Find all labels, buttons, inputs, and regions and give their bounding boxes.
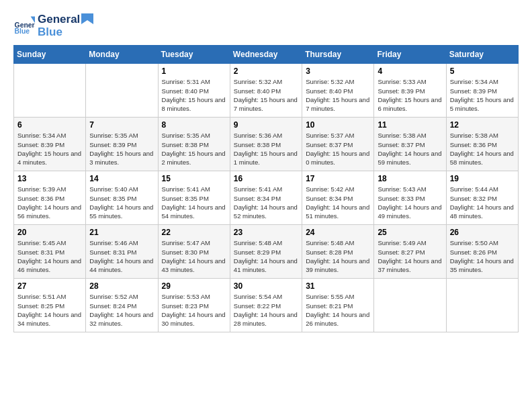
- day-info: Sunrise: 5:34 AMSunset: 8:39 PMDaylight:…: [17, 131, 82, 167]
- day-info: Sunrise: 5:47 AMSunset: 8:30 PMDaylight:…: [162, 238, 226, 274]
- day-info: Sunrise: 5:50 AMSunset: 8:26 PMDaylight:…: [450, 238, 515, 274]
- day-info: Sunrise: 5:34 AMSunset: 8:39 PMDaylight:…: [450, 77, 515, 113]
- day-number: 12: [450, 120, 515, 130]
- day-number: 24: [306, 228, 370, 237]
- calendar-cell: 3Sunrise: 5:32 AMSunset: 8:40 PMDaylight…: [302, 64, 374, 118]
- day-info: Sunrise: 5:36 AMSunset: 8:38 PMDaylight:…: [234, 131, 298, 167]
- day-number: 7: [89, 120, 154, 130]
- day-number: 20: [17, 228, 82, 237]
- day-number: 17: [306, 174, 370, 183]
- header-row: SundayMondayTuesdayWednesdayThursdayFrid…: [14, 46, 519, 64]
- calendar-cell: 26Sunrise: 5:50 AMSunset: 8:26 PMDayligh…: [446, 225, 518, 279]
- day-number: 5: [450, 66, 515, 76]
- calendar-cell: 12Sunrise: 5:38 AMSunset: 8:36 PMDayligh…: [446, 118, 518, 171]
- calendar-cell: 16Sunrise: 5:41 AMSunset: 8:34 PMDayligh…: [230, 171, 302, 225]
- calendar-cell: 30Sunrise: 5:54 AMSunset: 8:22 PMDayligh…: [230, 279, 302, 332]
- day-info: Sunrise: 5:42 AMSunset: 8:34 PMDaylight:…: [306, 185, 370, 220]
- day-number: 8: [162, 120, 226, 130]
- day-number: 13: [17, 174, 82, 183]
- calendar-cell: 4Sunrise: 5:33 AMSunset: 8:39 PMDaylight…: [374, 64, 446, 118]
- calendar-week-row: 13Sunrise: 5:39 AMSunset: 8:36 PMDayligh…: [14, 171, 519, 225]
- day-number: 27: [17, 281, 82, 291]
- day-number: 30: [234, 281, 298, 291]
- day-info: Sunrise: 5:46 AMSunset: 8:31 PMDaylight:…: [89, 238, 154, 274]
- day-number: 28: [89, 281, 154, 291]
- calendar-cell: 28Sunrise: 5:52 AMSunset: 8:24 PMDayligh…: [86, 279, 158, 332]
- day-number: 14: [89, 174, 154, 183]
- day-info: Sunrise: 5:49 AMSunset: 8:27 PMDaylight:…: [378, 238, 442, 274]
- day-number: 9: [234, 120, 298, 130]
- day-number: 16: [234, 174, 298, 183]
- day-info: Sunrise: 5:52 AMSunset: 8:24 PMDaylight:…: [89, 292, 154, 328]
- calendar-cell: [374, 279, 446, 332]
- day-info: Sunrise: 5:38 AMSunset: 8:37 PMDaylight:…: [378, 131, 442, 167]
- calendar-cell: 2Sunrise: 5:32 AMSunset: 8:40 PMDaylight…: [230, 64, 302, 118]
- calendar-cell: 5Sunrise: 5:34 AMSunset: 8:39 PMDaylight…: [446, 64, 518, 118]
- logo-icon: General Blue: [13, 15, 35, 37]
- calendar-cell: 21Sunrise: 5:46 AMSunset: 8:31 PMDayligh…: [86, 225, 158, 279]
- day-number: 1: [162, 66, 226, 76]
- day-number: 4: [378, 66, 442, 76]
- weekday-header: Tuesday: [158, 46, 230, 64]
- calendar-cell: 31Sunrise: 5:55 AMSunset: 8:21 PMDayligh…: [302, 279, 374, 332]
- day-number: 31: [306, 281, 370, 291]
- day-info: Sunrise: 5:43 AMSunset: 8:33 PMDaylight:…: [378, 185, 442, 220]
- svg-text:Blue: Blue: [15, 28, 30, 35]
- calendar-cell: 22Sunrise: 5:47 AMSunset: 8:30 PMDayligh…: [158, 225, 230, 279]
- day-info: Sunrise: 5:39 AMSunset: 8:36 PMDaylight:…: [17, 185, 82, 220]
- day-number: 3: [306, 66, 370, 76]
- day-number: 2: [234, 66, 298, 76]
- day-number: 21: [89, 228, 154, 237]
- day-number: 26: [450, 228, 515, 237]
- weekday-header: Wednesday: [230, 46, 302, 64]
- calendar-body: 1Sunrise: 5:31 AMSunset: 8:40 PMDaylight…: [14, 64, 519, 332]
- day-info: Sunrise: 5:44 AMSunset: 8:32 PMDaylight:…: [450, 185, 515, 220]
- calendar-cell: [446, 279, 518, 332]
- day-info: Sunrise: 5:32 AMSunset: 8:40 PMDaylight:…: [234, 77, 298, 113]
- calendar-cell: 19Sunrise: 5:44 AMSunset: 8:32 PMDayligh…: [446, 171, 518, 225]
- day-info: Sunrise: 5:41 AMSunset: 8:35 PMDaylight:…: [162, 185, 226, 220]
- day-number: 6: [17, 120, 82, 130]
- calendar-cell: 24Sunrise: 5:48 AMSunset: 8:28 PMDayligh…: [302, 225, 374, 279]
- calendar-cell: 25Sunrise: 5:49 AMSunset: 8:27 PMDayligh…: [374, 225, 446, 279]
- calendar-cell: 9Sunrise: 5:36 AMSunset: 8:38 PMDaylight…: [230, 118, 302, 171]
- page-header: General Blue General Blue: [13, 13, 519, 38]
- calendar-cell: 1Sunrise: 5:31 AMSunset: 8:40 PMDaylight…: [158, 64, 230, 118]
- logo-blue: Blue: [38, 26, 80, 39]
- calendar-week-row: 20Sunrise: 5:45 AMSunset: 8:31 PMDayligh…: [14, 225, 519, 279]
- calendar-week-row: 6Sunrise: 5:34 AMSunset: 8:39 PMDaylight…: [14, 118, 519, 171]
- day-number: 25: [378, 228, 442, 237]
- day-number: 29: [162, 281, 226, 291]
- day-number: 23: [234, 228, 298, 237]
- day-number: 11: [378, 120, 442, 130]
- day-info: Sunrise: 5:35 AMSunset: 8:39 PMDaylight:…: [89, 131, 154, 167]
- calendar-cell: 10Sunrise: 5:37 AMSunset: 8:37 PMDayligh…: [302, 118, 374, 171]
- weekday-header: Sunday: [14, 46, 86, 64]
- day-info: Sunrise: 5:31 AMSunset: 8:40 PMDaylight:…: [162, 77, 226, 113]
- weekday-header: Saturday: [446, 46, 518, 64]
- calendar-header: SundayMondayTuesdayWednesdayThursdayFrid…: [14, 46, 519, 64]
- day-number: 19: [450, 174, 515, 183]
- calendar-cell: [14, 64, 86, 118]
- logo: General Blue General Blue: [13, 13, 93, 38]
- logo-flag-icon: [81, 13, 93, 32]
- day-info: Sunrise: 5:40 AMSunset: 8:35 PMDaylight:…: [89, 185, 154, 220]
- day-info: Sunrise: 5:37 AMSunset: 8:37 PMDaylight:…: [306, 131, 370, 167]
- day-info: Sunrise: 5:32 AMSunset: 8:40 PMDaylight:…: [306, 77, 370, 113]
- calendar-cell: 27Sunrise: 5:51 AMSunset: 8:25 PMDayligh…: [14, 279, 86, 332]
- calendar-cell: 23Sunrise: 5:48 AMSunset: 8:29 PMDayligh…: [230, 225, 302, 279]
- day-info: Sunrise: 5:51 AMSunset: 8:25 PMDaylight:…: [17, 292, 82, 328]
- calendar-cell: 18Sunrise: 5:43 AMSunset: 8:33 PMDayligh…: [374, 171, 446, 225]
- day-info: Sunrise: 5:45 AMSunset: 8:31 PMDaylight:…: [17, 238, 82, 274]
- day-info: Sunrise: 5:53 AMSunset: 8:23 PMDaylight:…: [162, 292, 226, 328]
- calendar-cell: [86, 64, 158, 118]
- day-info: Sunrise: 5:33 AMSunset: 8:39 PMDaylight:…: [378, 77, 442, 113]
- calendar-cell: 15Sunrise: 5:41 AMSunset: 8:35 PMDayligh…: [158, 171, 230, 225]
- calendar-cell: 20Sunrise: 5:45 AMSunset: 8:31 PMDayligh…: [14, 225, 86, 279]
- day-info: Sunrise: 5:48 AMSunset: 8:28 PMDaylight:…: [306, 238, 370, 274]
- weekday-header: Friday: [374, 46, 446, 64]
- calendar-cell: 17Sunrise: 5:42 AMSunset: 8:34 PMDayligh…: [302, 171, 374, 225]
- calendar-table: SundayMondayTuesdayWednesdayThursdayFrid…: [13, 45, 519, 332]
- svg-marker-4: [81, 13, 93, 24]
- calendar-cell: 8Sunrise: 5:35 AMSunset: 8:38 PMDaylight…: [158, 118, 230, 171]
